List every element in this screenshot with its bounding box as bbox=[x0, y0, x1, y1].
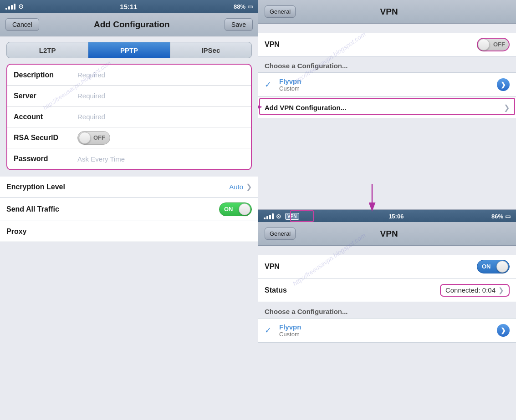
config-detail-btn-bottom[interactable]: ❯ bbox=[497, 324, 510, 337]
send-all-traffic-label: Send All Traffic bbox=[6, 205, 219, 213]
password-input[interactable]: Ask Every Time bbox=[77, 155, 245, 163]
send-all-traffic-toggle-knob bbox=[239, 203, 250, 215]
nav-bar: Cancel Add Configuration Save bbox=[0, 13, 258, 36]
general-button-top[interactable]: General bbox=[265, 5, 296, 18]
encryption-label: Encryption Level bbox=[6, 183, 229, 191]
config-name-top: Flyvpn bbox=[279, 77, 497, 85]
encryption-value: Auto bbox=[229, 183, 243, 191]
config-list-bottom: ✓ Flyvpn Custom ❯ bbox=[258, 318, 516, 343]
seg-pptp[interactable]: PPTP bbox=[88, 42, 170, 58]
vpn-toggle-top[interactable]: OFF bbox=[477, 38, 510, 51]
form-row-server: Server Required bbox=[7, 86, 251, 106]
battery-bottom: 86% bbox=[491, 213, 503, 220]
description-input[interactable]: Required bbox=[77, 71, 245, 79]
sb4 bbox=[272, 213, 274, 219]
status-label: Status bbox=[265, 286, 440, 294]
server-input[interactable]: Required bbox=[77, 92, 245, 100]
vpn-nav-bar-bottom: General VPN bbox=[258, 222, 516, 246]
save-button[interactable]: Save bbox=[225, 18, 253, 31]
status-bar-bottom-right: 86% ▭ bbox=[491, 213, 511, 220]
description-label: Description bbox=[14, 71, 77, 79]
status-chevron: ❯ bbox=[498, 286, 504, 294]
account-input[interactable]: Required bbox=[77, 113, 245, 121]
vpn-toggle-bottom[interactable]: ON bbox=[477, 260, 510, 273]
signal-bar-4 bbox=[14, 4, 15, 10]
encryption-level-row: Encryption Level Auto ❯ bbox=[0, 177, 258, 197]
add-vpn-label-top: Add VPN Configuration... bbox=[265, 104, 504, 111]
wifi-icon-bottom: ⊙ bbox=[276, 213, 281, 220]
send-all-traffic-toggle[interactable]: ON bbox=[219, 202, 252, 216]
add-vpn-chevron-top: ❯ bbox=[504, 103, 510, 112]
signal-bars bbox=[5, 4, 15, 10]
form-row-description: Description Required bbox=[7, 65, 251, 86]
account-label: Account bbox=[14, 113, 77, 121]
proxy-row: Proxy bbox=[0, 221, 258, 242]
rsa-toggle[interactable]: OFF bbox=[77, 131, 110, 145]
signal-bar-3 bbox=[11, 5, 13, 10]
vpn-toggle-knob-top bbox=[478, 39, 490, 51]
left-panel: ⊙ 15:11 88% ▭ Cancel Add Configuration S… bbox=[0, 0, 258, 420]
signal-bar-1 bbox=[5, 8, 7, 10]
vpn-nav-bar-top: General VPN bbox=[258, 0, 516, 24]
battery-percent: 88% bbox=[234, 3, 245, 10]
battery-icon-bottom: ▭ bbox=[505, 213, 511, 220]
choose-config-header-top: Choose a Configuration... bbox=[258, 56, 516, 72]
send-all-traffic-row: Send All Traffic ON bbox=[0, 197, 258, 221]
config-checkmark-top: ✓ bbox=[265, 80, 276, 90]
general-button-bottom[interactable]: General bbox=[265, 228, 296, 240]
config-detail-btn-top[interactable]: ❯ bbox=[497, 78, 510, 91]
status-bar-bottom-left: ⊙ VPN bbox=[264, 213, 301, 220]
toggle-off-label: OFF bbox=[93, 134, 105, 141]
sb1 bbox=[264, 218, 266, 219]
vpn-toggle-on-label: ON bbox=[482, 263, 491, 270]
password-label: Password bbox=[14, 155, 77, 163]
seg-ipsec[interactable]: IPSec bbox=[170, 42, 251, 58]
config-item-flyvpn-bottom: ✓ Flyvpn Custom ❯ bbox=[258, 319, 516, 342]
signal-bars-bottom bbox=[264, 213, 274, 219]
config-name-bottom: Flyvpn bbox=[279, 323, 497, 331]
toggle-knob bbox=[79, 132, 91, 144]
sb2 bbox=[266, 216, 268, 219]
proxy-label: Proxy bbox=[6, 228, 252, 236]
signal-bar-2 bbox=[8, 6, 10, 10]
status-bar-left: ⊙ 15:11 88% ▭ bbox=[0, 0, 258, 13]
cancel-button[interactable]: Cancel bbox=[5, 18, 39, 31]
config-type-top: Custom bbox=[279, 85, 497, 92]
vpn-toggle-row-top: VPN OFF bbox=[258, 33, 516, 56]
config-info-top: Flyvpn Custom bbox=[279, 77, 497, 92]
config-item-flyvpn-top: ✓ Flyvpn Custom ❯ bbox=[258, 73, 516, 96]
rsa-label: RSA SecurID bbox=[14, 134, 77, 142]
status-bar-bottom: ⊙ VPN 15:06 86% ▭ bbox=[258, 210, 516, 222]
status-row: Status Connected: 0:04 ❯ bbox=[258, 278, 516, 302]
config-list-top: ✓ Flyvpn Custom ❯ bbox=[258, 72, 516, 97]
vpn-title-bottom: VPN bbox=[296, 229, 482, 239]
server-label: Server bbox=[14, 92, 77, 100]
status-connected-text: Connected: 0:04 bbox=[445, 286, 496, 294]
page-title: Add Configuration bbox=[94, 20, 170, 30]
vpn-toggle-knob-bottom bbox=[496, 261, 508, 273]
status-bar-left-items: ⊙ bbox=[5, 3, 24, 10]
send-all-traffic-toggle-label: ON bbox=[224, 206, 233, 213]
sb3 bbox=[269, 215, 271, 219]
add-vpn-item-top[interactable]: Add VPN Configuration... ❯ bbox=[258, 97, 516, 118]
status-time-bottom: 15:06 bbox=[388, 213, 404, 220]
wifi-icon: ⊙ bbox=[18, 3, 24, 10]
choose-config-header-bottom: Choose a Configuration... bbox=[258, 302, 516, 318]
config-info-bottom: Flyvpn Custom bbox=[279, 323, 497, 338]
status-bar-right-items: 88% ▭ bbox=[234, 3, 253, 10]
seg-l2tp[interactable]: L2TP bbox=[7, 42, 88, 58]
status-time: 15:11 bbox=[120, 3, 137, 10]
status-value[interactable]: Connected: 0:04 ❯ bbox=[440, 284, 510, 297]
vpn-title-top: VPN bbox=[296, 7, 482, 17]
vpn-label-bottom: VPN bbox=[265, 263, 477, 271]
battery-icon: ▭ bbox=[247, 3, 253, 10]
form-section: Description Required Server Required Acc… bbox=[6, 64, 252, 170]
right-panel: General VPN VPN OFF Choose a Configurati… bbox=[258, 0, 516, 420]
protocol-segmented-control: L2TP PPTP IPSec bbox=[6, 42, 252, 58]
form-row-rsa: RSA SecurID OFF bbox=[7, 127, 251, 148]
vpn-screen-top: General VPN VPN OFF Choose a Configurati… bbox=[258, 0, 516, 210]
encryption-chevron: ❯ bbox=[246, 182, 252, 191]
vpn-label-top: VPN bbox=[265, 40, 477, 49]
vpn-toggle-row-bottom: VPN ON bbox=[258, 255, 516, 278]
vpn-toggle-off-label-top: OFF bbox=[493, 41, 505, 48]
